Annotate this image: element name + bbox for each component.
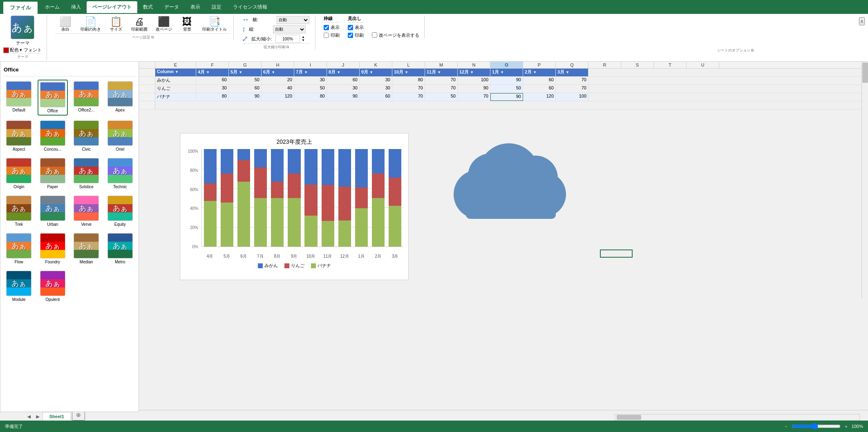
ringo-may[interactable]: 60 xyxy=(229,85,262,93)
tab-view[interactable]: 表示 xyxy=(185,1,206,13)
ringo-sep[interactable]: 30 xyxy=(360,85,392,93)
gridlines-print-row[interactable]: 印刷 xyxy=(324,32,340,38)
ringo-feb[interactable]: 60 xyxy=(523,85,556,93)
tab-home[interactable]: ホーム xyxy=(39,1,65,13)
height-select[interactable]: 自動 xyxy=(273,25,306,33)
mikan-nov[interactable]: 70 xyxy=(425,77,458,85)
theme-item-technic[interactable]: あぁTechnic xyxy=(105,156,136,191)
headings-print-row[interactable]: 印刷 xyxy=(348,32,364,38)
col-header-sep[interactable]: 9月 ▼ xyxy=(360,69,392,76)
font-button[interactable]: フォント xyxy=(24,47,42,53)
print-titles-button[interactable]: 📑 印刷タイトル xyxy=(199,16,230,33)
scale-expand-icon[interactable]: ⧉ xyxy=(286,45,289,49)
col-g[interactable]: G xyxy=(229,62,262,68)
page-break-row[interactable]: 改ページを表示する xyxy=(372,32,419,38)
sheet1-tab[interactable]: Sheet1 xyxy=(43,412,71,421)
vertical-scrollbar[interactable] xyxy=(861,62,868,298)
zoom-out-button[interactable]: － xyxy=(784,423,788,430)
sheet-options-expand-icon[interactable]: ⧉ xyxy=(751,48,754,53)
ringo-jul[interactable]: 50 xyxy=(294,85,327,93)
ringo-apr[interactable]: 30 xyxy=(196,85,229,93)
col-r[interactable]: R xyxy=(588,62,621,68)
scale-input[interactable] xyxy=(275,35,300,43)
banana-jul[interactable]: 80 xyxy=(294,93,327,101)
col-e[interactable]: E xyxy=(155,62,196,68)
page-break-checkbox[interactable] xyxy=(372,32,377,38)
theme-button[interactable]: テーマ xyxy=(16,40,29,46)
zoom-slider[interactable] xyxy=(792,423,841,430)
col-header-mar[interactable]: 3月 ▼ xyxy=(556,69,588,76)
mikan-oct[interactable]: 80 xyxy=(392,77,425,85)
col-header-nov[interactable]: 11月 ▼ xyxy=(425,69,458,76)
ringo-mar[interactable]: 70 xyxy=(556,85,588,93)
mikan-feb[interactable]: 60 xyxy=(523,77,556,85)
banana-feb[interactable]: 120 xyxy=(523,93,556,101)
col-j[interactable]: J xyxy=(327,62,360,68)
col-header-jan[interactable]: 1月 ▼ xyxy=(490,69,523,76)
col-k[interactable]: K xyxy=(360,62,392,68)
tab-formula[interactable]: 数式 xyxy=(137,1,159,13)
banana-mar[interactable]: 100 xyxy=(556,93,588,101)
theme-item-office[interactable]: あぁOffice xyxy=(38,80,68,116)
mikan-jul[interactable]: 30 xyxy=(294,77,327,85)
ringo-jan[interactable]: 50 xyxy=(490,85,523,93)
theme-item-flow[interactable]: あぁFlow xyxy=(4,232,34,266)
theme-item-concourse[interactable]: あぁConcou... xyxy=(38,119,68,153)
col-f[interactable]: F xyxy=(196,62,229,68)
col-header-may[interactable]: 5月 ▼ xyxy=(229,69,262,76)
selected-cell[interactable] xyxy=(600,249,633,258)
theme-item-opulent[interactable]: あぁOpulent xyxy=(38,269,68,303)
theme-item-trek[interactable]: あぁTrek xyxy=(4,194,34,228)
theme-item-equity[interactable]: あぁEquity xyxy=(105,194,136,228)
mikan-name[interactable]: みかん xyxy=(155,77,196,85)
horizontal-scrollbar[interactable] xyxy=(615,414,860,421)
theme-item-metro[interactable]: あぁMetro xyxy=(105,232,136,266)
col-header-oct[interactable]: 10月 ▼ xyxy=(392,69,425,76)
col-header-aug[interactable]: 8月 ▼ xyxy=(327,69,360,76)
tab-insert[interactable]: 挿入 xyxy=(65,1,87,13)
color-button[interactable]: 配色▾ xyxy=(3,47,22,53)
theme-item-module[interactable]: あぁModule xyxy=(4,269,34,303)
collapse-ribbon-button[interactable]: ∧ xyxy=(859,17,865,25)
headings-show-checkbox[interactable] xyxy=(348,25,353,30)
gridlines-show-checkbox[interactable] xyxy=(324,25,329,30)
theme-item-office2[interactable]: あぁOffice2... xyxy=(71,80,102,116)
theme-item-urban[interactable]: あぁUrban xyxy=(38,194,68,228)
scale-group-label[interactable]: 拡大縮小印刷 ⧉ xyxy=(242,43,310,50)
col-o[interactable]: O xyxy=(490,62,523,68)
col-header-jun[interactable]: 6月 ▼ xyxy=(262,69,294,76)
mikan-jun[interactable]: 20 xyxy=(262,77,294,85)
width-select[interactable]: 自動 xyxy=(277,16,309,24)
theme-item-aspect[interactable]: あぁAspect xyxy=(4,119,34,153)
ringo-nov[interactable]: 70 xyxy=(425,85,458,93)
theme-item-civic[interactable]: あぁCivic xyxy=(71,119,102,153)
col-q[interactable]: Q xyxy=(556,62,588,68)
col-header-apr[interactable]: 4月 ▼ xyxy=(196,69,229,76)
margin-button[interactable]: ⬜ 余白 xyxy=(55,16,76,33)
theme-item-origin[interactable]: あぁOrigin xyxy=(4,156,34,191)
mikan-apr[interactable]: 60 xyxy=(196,77,229,85)
gridlines-show-row[interactable]: 表示 xyxy=(324,24,340,31)
mikan-jan[interactable]: 90 xyxy=(490,77,523,85)
vertical-scroll-thumb[interactable] xyxy=(862,62,868,83)
banana-sep[interactable]: 60 xyxy=(360,93,392,101)
size-button[interactable]: 📋 サイズ xyxy=(106,16,126,33)
banana-nov[interactable]: 50 xyxy=(425,93,458,101)
col-h[interactable]: H xyxy=(262,62,294,68)
ringo-aug[interactable]: 30 xyxy=(327,85,360,93)
tab-data[interactable]: データ xyxy=(159,1,185,13)
col-m[interactable]: M xyxy=(425,62,458,68)
col-l[interactable]: L xyxy=(392,62,425,68)
breaks-button[interactable]: ⬛ 改ページ xyxy=(152,16,175,33)
col-t[interactable]: T xyxy=(654,62,687,68)
mikan-aug[interactable]: 60 xyxy=(327,77,360,85)
theme-item-oriel[interactable]: あぁOriel xyxy=(105,119,136,153)
scale-down-arrow[interactable]: ▼ xyxy=(302,39,305,42)
col-p[interactable]: P xyxy=(523,62,556,68)
page-setup-expand-icon[interactable]: ⧉ xyxy=(151,35,154,40)
banana-jan[interactable]: 90 xyxy=(490,93,523,101)
col-header-name[interactable]: Column ▼ xyxy=(155,69,196,76)
tab-settings[interactable]: 設定 xyxy=(206,1,227,13)
banana-dec[interactable]: 70 xyxy=(458,93,490,101)
next-sheet-button[interactable]: ► xyxy=(34,412,43,421)
